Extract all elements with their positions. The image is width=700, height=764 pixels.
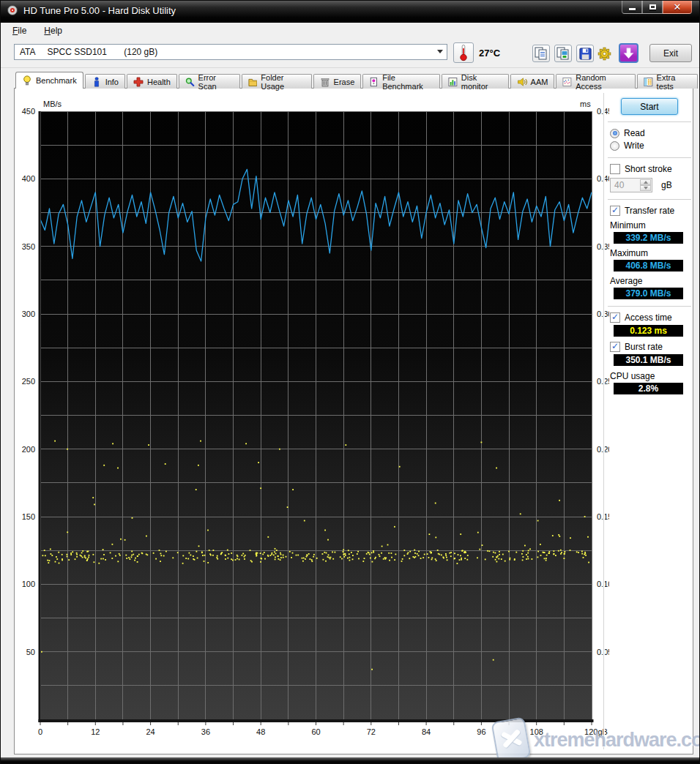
burst-rate-row[interactable]: Burst rate <box>610 342 691 352</box>
write-radio-row[interactable]: Write <box>610 141 691 151</box>
panel-divider <box>603 93 605 749</box>
burst-rate-value: 350.1 MB/s <box>614 354 683 366</box>
cpu-usage-value: 2.8% <box>614 383 683 394</box>
download-button[interactable] <box>619 43 638 63</box>
copy-image-button[interactable] <box>554 45 572 62</box>
maximum-value: 406.8 MB/s <box>614 260 683 271</box>
drive-selector-value: ATA SPCC SSD101 (120 gB) <box>20 47 157 57</box>
start-button[interactable]: Start <box>621 98 678 115</box>
divider <box>608 306 691 307</box>
benchmark-chart: 501001502002503003504004500.050.100.150.… <box>15 89 609 740</box>
bar-chart-icon <box>448 77 458 87</box>
short-stroke-size-input[interactable]: 40 <box>610 178 652 192</box>
tab-health[interactable]: Health <box>127 74 177 89</box>
minimum-label: Minimum <box>610 220 691 231</box>
svg-text:48: 48 <box>256 727 265 736</box>
svg-text:100: 100 <box>22 580 35 588</box>
window-title: HD Tune Pro 5.00 - Hard Disk Utility <box>23 5 176 16</box>
close-button[interactable]: ✕ <box>663 1 692 14</box>
tab-info[interactable]: Info <box>85 74 125 89</box>
average-value: 379.0 MB/s <box>614 288 683 299</box>
svg-text:60: 60 <box>311 727 320 736</box>
tab-folder-usage[interactable]: Folder Usage <box>242 74 312 89</box>
svg-text:0: 0 <box>38 727 42 736</box>
save-icon <box>578 47 592 61</box>
trash-icon <box>320 77 330 87</box>
tab-bar: Benchmark Info Health Error Scan <box>15 72 699 89</box>
temperature-button[interactable] <box>453 42 474 63</box>
tab-erase[interactable]: Erase <box>313 74 362 89</box>
short-stroke-checkbox[interactable] <box>610 164 620 174</box>
tab-label: Benchmark <box>36 76 77 85</box>
divider <box>608 199 691 201</box>
menu-help[interactable]: Help <box>38 24 68 37</box>
titlebar: HD Tune Pro 5.00 - Hard Disk Utility ✕ <box>1 1 699 23</box>
maximize-button[interactable] <box>642 1 663 14</box>
file-benchmark-icon <box>369 77 379 87</box>
divider <box>608 121 691 123</box>
tab-error-scan[interactable]: Error Scan <box>179 74 240 89</box>
tab-random-access[interactable]: Random Access <box>556 74 635 89</box>
svg-text:400: 400 <box>22 174 35 183</box>
svg-text:12: 12 <box>91 727 100 736</box>
svg-text:MB/s: MB/s <box>43 100 62 108</box>
spinner-up-button[interactable] <box>640 179 651 185</box>
window-bottom-border <box>1 757 699 763</box>
short-stroke-unit: gB <box>661 180 672 190</box>
svg-text:350: 350 <box>22 242 35 251</box>
svg-text:250: 250 <box>22 377 35 386</box>
tab-aam[interactable]: AAM <box>510 74 555 89</box>
spinner <box>640 179 651 191</box>
tab-label: Info <box>105 78 119 86</box>
tab-file-benchmark[interactable]: File Benchmark <box>362 74 440 89</box>
short-stroke-size-value: 40 <box>614 180 624 190</box>
menu-file[interactable]: File <box>7 24 32 37</box>
thermometer-icon <box>459 44 468 61</box>
access-time-checkbox[interactable] <box>610 312 620 323</box>
minimize-button[interactable] <box>622 1 642 14</box>
transfer-rate-row[interactable]: Transfer rate <box>610 206 691 216</box>
access-time-row[interactable]: Access time <box>610 312 691 323</box>
benchmark-page: 501001502002503003504004500.050.100.150.… <box>14 88 693 754</box>
svg-text:300: 300 <box>22 310 35 318</box>
speaker-icon <box>517 77 527 87</box>
drive-selector[interactable]: ATA SPCC SSD101 (120 gB) <box>14 44 447 60</box>
copy-text-button[interactable] <box>532 45 550 62</box>
burst-rate-label: Burst rate <box>625 342 663 352</box>
download-arrow-icon <box>622 47 635 59</box>
menubar: File Help <box>1 23 699 39</box>
info-icon <box>92 77 102 87</box>
tab-extra-tests[interactable]: Extra tests <box>637 74 698 89</box>
health-cross-icon <box>133 77 144 87</box>
exit-button[interactable]: Exit <box>649 44 692 62</box>
tab-disk-monitor[interactable]: Disk monitor <box>442 74 509 89</box>
svg-text:50: 50 <box>26 648 35 656</box>
short-stroke-row[interactable]: Short stroke <box>610 164 691 174</box>
tab-label: Health <box>147 78 171 86</box>
short-stroke-label: Short stroke <box>625 164 672 174</box>
write-label: Write <box>624 141 644 151</box>
app-icon <box>7 4 18 16</box>
app-window: HD Tune Pro 5.00 - Hard Disk Utility ✕ F… <box>0 0 700 764</box>
options-button[interactable] <box>595 45 613 62</box>
svg-text:450: 450 <box>22 107 35 116</box>
write-radio[interactable] <box>610 141 619 151</box>
options-gear-icon <box>597 46 612 61</box>
read-radio-row[interactable]: Read <box>610 128 691 138</box>
cpu-usage-label: CPU usage <box>610 371 691 381</box>
save-button[interactable] <box>576 45 594 62</box>
read-radio[interactable] <box>610 129 619 138</box>
tab-benchmark[interactable]: Benchmark <box>15 72 83 89</box>
svg-text:96: 96 <box>477 727 485 736</box>
tab-label: Folder Usage <box>261 73 305 91</box>
minimize-icon <box>629 8 636 10</box>
spinner-down-button[interactable] <box>640 185 651 191</box>
burst-rate-checkbox[interactable] <box>610 342 620 352</box>
copy-text-icon <box>534 46 548 61</box>
svg-text:84: 84 <box>422 727 431 736</box>
svg-text:150: 150 <box>22 512 35 521</box>
average-label: Average <box>610 276 691 286</box>
transfer-rate-label: Transfer rate <box>625 206 674 216</box>
transfer-rate-checkbox[interactable] <box>610 206 620 216</box>
close-icon: ✕ <box>674 1 682 12</box>
